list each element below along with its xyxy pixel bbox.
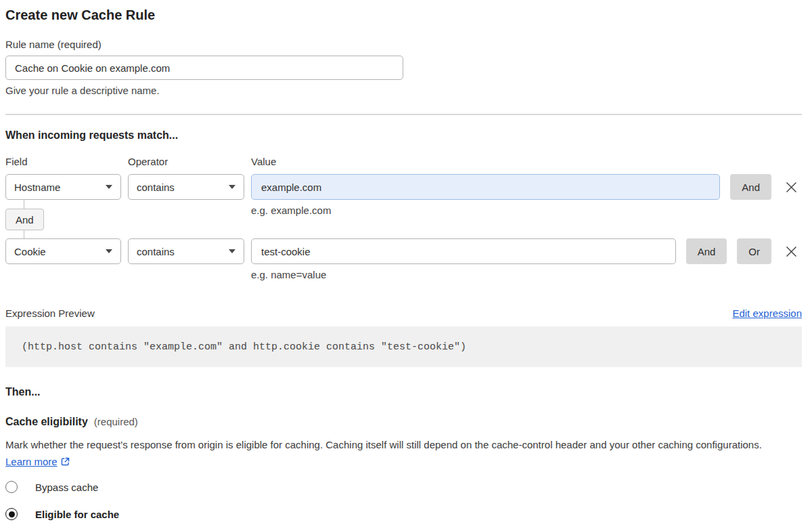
or-button[interactable]: Or — [737, 238, 771, 264]
value-hint: e.g. name=value — [251, 264, 802, 281]
edit-expression-link[interactable]: Edit expression — [732, 307, 802, 319]
radio-label: Eligible for cache — [35, 509, 119, 520]
condition-row: Cookie contains And Or — [5, 238, 802, 264]
section-divider — [5, 114, 802, 115]
value-hint: e.g. example.com — [251, 200, 802, 238]
connector-and-button[interactable]: And — [5, 209, 44, 230]
radio-option-eligible-for-cache[interactable]: Eligible for cache — [5, 508, 802, 520]
cache-eligibility-header: Cache eligibility (required) — [5, 415, 802, 428]
operator-select[interactable]: contains — [128, 174, 244, 200]
value-input[interactable] — [251, 174, 720, 200]
remove-condition-button[interactable] — [780, 238, 802, 264]
operator-select-value: contains — [137, 182, 175, 193]
field-select[interactable]: Cookie — [5, 238, 121, 264]
value-input[interactable] — [251, 238, 676, 264]
chevron-down-icon — [106, 249, 112, 253]
and-button[interactable]: And — [686, 238, 727, 264]
expression-code-block: (http.host contains "example.com" and ht… — [5, 326, 802, 367]
radio-option-bypass-cache[interactable]: Bypass cache — [5, 481, 802, 493]
connector-column: And — [5, 200, 121, 238]
required-tag: (required) — [94, 416, 138, 427]
cache-eligibility-heading: Cache eligibility — [5, 415, 88, 428]
description-text: Mark whether the request’s response from… — [5, 439, 762, 450]
radio-button[interactable] — [5, 481, 18, 493]
condition-row: Hostname contains And — [5, 174, 802, 200]
field-select[interactable]: Hostname — [5, 174, 121, 200]
radio-label: Bypass cache — [35, 482, 98, 493]
chevron-down-icon — [229, 249, 235, 253]
cache-eligibility-description: Mark whether the request’s response from… — [5, 436, 790, 470]
operator-select-value: contains — [137, 246, 175, 257]
rule-name-helper: Give your rule a descriptive name. — [5, 85, 802, 97]
hint-row: e.g. name=value — [5, 264, 802, 281]
condition-column-labels: Field Operator Value — [5, 156, 802, 168]
match-heading: When incoming requests match... — [5, 129, 802, 142]
expression-preview-label: Expression Preview — [5, 307, 95, 319]
connector-and-hint-row: And e.g. example.com — [5, 200, 802, 238]
operator-select[interactable]: contains — [128, 238, 244, 264]
remove-condition-button[interactable] — [780, 174, 802, 200]
learn-more-link[interactable]: Learn more — [5, 456, 58, 467]
operator-column-label: Operator — [128, 156, 244, 168]
page-title: Create new Cache Rule — [5, 7, 802, 23]
rule-name-label: Rule name (required) — [5, 39, 802, 51]
value-column-label: Value — [251, 156, 802, 168]
chevron-down-icon — [229, 185, 235, 189]
field-column-label: Field — [5, 156, 121, 168]
expression-preview-header: Expression Preview Edit expression — [5, 307, 802, 319]
field-select-value: Cookie — [14, 246, 46, 257]
then-heading: Then... — [5, 385, 802, 398]
field-select-value: Hostname — [14, 182, 60, 193]
chevron-down-icon — [106, 185, 112, 189]
external-link-icon — [60, 456, 70, 467]
rule-name-input[interactable] — [5, 56, 403, 80]
x-icon — [785, 245, 798, 258]
radio-button-selected[interactable] — [5, 508, 18, 520]
and-button[interactable]: And — [730, 174, 771, 200]
x-icon — [785, 181, 798, 194]
